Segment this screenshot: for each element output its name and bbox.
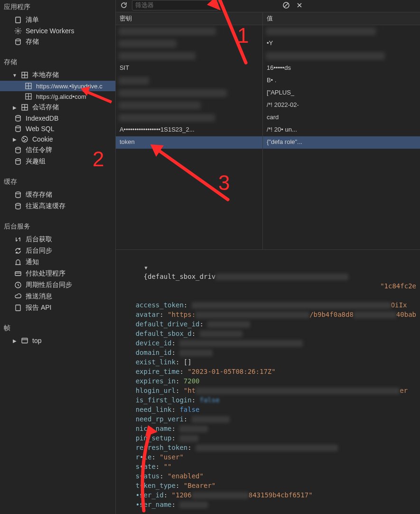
json-property-line[interactable]: is_first_login: false — [120, 395, 416, 405]
table-cell-value[interactable]: {"defa role"... — [263, 136, 420, 149]
sidebar-item-frame-top[interactable]: ▶ top — [0, 335, 115, 346]
bell-icon — [14, 258, 22, 266]
refresh-icon — [14, 247, 22, 255]
sidebar-item-interest-groups[interactable]: 兴趣组 — [0, 156, 115, 167]
table-cell-key[interactable] — [116, 50, 262, 62]
table-cell-value[interactable]: /*! 2022-02- — [263, 99, 420, 112]
sidebar-item-label: https://www.•liyundrive.c — [36, 83, 103, 90]
sidebar-item-label: 推送消息 — [26, 292, 52, 301]
table-cell-value[interactable] — [263, 50, 420, 62]
sidebar-item-label: 信任令牌 — [26, 146, 52, 154]
svg-rect-20 — [22, 338, 28, 343]
filter-input[interactable] — [132, 0, 218, 10]
sidebar-item-local-origin-0[interactable]: https://www.•liyundrive.c — [0, 81, 115, 91]
table-cell-value[interactable]: 16•••••ds — [263, 62, 420, 75]
table-cell-key[interactable] — [116, 25, 262, 38]
json-property-line[interactable]: s•ate: "" — [120, 462, 416, 471]
json-property-line[interactable]: •ser_id: "1206843159b4cbf6517" — [120, 490, 416, 500]
json-property-line[interactable]: domain_id: — [120, 348, 416, 357]
table-cell-key[interactable]: token — [116, 136, 262, 149]
sidebar-item-notifications[interactable]: 通知 — [0, 257, 115, 268]
json-property-line[interactable]: hlogin_url: "hter — [120, 386, 416, 395]
svg-point-7 — [16, 115, 20, 117]
clear-button[interactable] — [281, 0, 291, 10]
sidebar-item-cache-storage[interactable]: 缓存存储 — [0, 189, 115, 200]
sidebar-item-local-storage[interactable]: ▼ 本地存储 — [0, 69, 115, 81]
table-cell-key[interactable]: SIT — [116, 62, 262, 75]
db-icon — [14, 202, 22, 210]
sidebar-item-session-storage[interactable]: ▶ 会话存储 — [0, 102, 115, 113]
json-property-line[interactable]: r•le: "user" — [120, 452, 416, 462]
json-property-line[interactable]: default_sbox_d: — [120, 329, 416, 338]
table-cell-value[interactable]: /*! 20• un... — [263, 124, 420, 136]
table-header-key[interactable]: 密钥 — [116, 12, 262, 25]
sidebar-item-periodic-sync[interactable]: 周期性后台同步 — [0, 279, 115, 291]
sidebar-item-push-messages[interactable]: 推送消息 — [0, 291, 115, 302]
json-property-line[interactable]: refresh_token: — [120, 443, 416, 452]
sidebar-item-label: Service Workers — [26, 27, 74, 35]
svg-point-14 — [16, 159, 20, 161]
sidebar-item-bg-fetch[interactable]: 后台获取 — [0, 234, 115, 245]
sidebar-item-storage[interactable]: 存储 — [0, 36, 115, 48]
table-cell-value[interactable]: B• . — [263, 75, 420, 87]
sidebar-item-websql[interactable]: Web SQL — [0, 124, 115, 134]
sidebar-item-bg-sync[interactable]: 后台同步 — [0, 245, 115, 257]
grid-icon — [21, 71, 28, 79]
json-property-line[interactable]: device_id: — [120, 338, 416, 348]
sidebar-item-service-workers[interactable]: Service Workers — [0, 26, 115, 36]
table-cell-key[interactable] — [116, 87, 262, 99]
table-cell-key[interactable]: A•••••••••••••••••1S1S23_2... — [116, 124, 262, 136]
file-icon — [14, 304, 22, 312]
sidebar-item-manifest[interactable]: 清单 — [0, 14, 115, 26]
json-property-line[interactable]: expires_in: 7200 — [120, 376, 416, 386]
json-property-line[interactable]: need_rp_veri: — [120, 414, 416, 424]
svg-point-10 — [23, 138, 24, 138]
table-cell-value[interactable]: ["APLUS_ — [263, 87, 420, 99]
table-cell-key[interactable] — [116, 112, 262, 124]
sidebar-item-reporting-api[interactable]: 报告 API — [0, 302, 115, 314]
table-cell-key[interactable] — [116, 38, 262, 50]
table-header-value[interactable]: 值 — [263, 12, 420, 25]
sidebar-item-label: 周期性后台同步 — [26, 281, 72, 289]
value-preview-panel[interactable]: ▼ {default_sbox_driv "1c84fc2e access_to… — [116, 250, 420, 514]
json-property-line[interactable]: nick_name: — [120, 424, 416, 433]
chevron-right-icon: ▶ — [12, 105, 17, 110]
sidebar-item-bfcache[interactable]: 往返高速缓存 — [0, 200, 115, 212]
svg-point-1 — [17, 30, 19, 32]
section-header-bgservices: 后台服务 — [0, 219, 115, 234]
db-icon — [14, 158, 22, 165]
json-property-line[interactable]: default_drive_id: — [120, 319, 416, 329]
json-property-line[interactable]: exist_link: [] — [120, 357, 416, 367]
table-cell-key[interactable] — [116, 75, 262, 87]
json-header-left: {default_sbox_driv — [144, 273, 216, 280]
table-cell-key[interactable] — [116, 99, 262, 112]
json-property-line[interactable]: •ser_name: — [120, 500, 416, 509]
sidebar-item-cookie[interactable]: ▶ Cookie — [0, 134, 115, 144]
section-header-cache: 缓存 — [0, 175, 115, 189]
json-property-line[interactable]: t•ken_type: "Bearer" — [120, 481, 416, 490]
application-sidebar: 应用程序 清单 Service Workers 存储 存储 ▼ 本地存储 htt… — [0, 0, 116, 514]
sidebar-item-payment-handler[interactable]: 付款处理程序 — [0, 268, 115, 279]
sidebar-item-label: 存储 — [26, 38, 39, 46]
section-label: 应用程序 — [4, 3, 30, 10]
refresh-button[interactable] — [119, 0, 129, 10]
delete-button[interactable] — [294, 0, 305, 10]
table-cell-value[interactable] — [263, 25, 420, 38]
chevron-down-icon[interactable]: ▼ — [144, 266, 149, 270]
sidebar-item-indexeddb[interactable]: IndexedDB — [0, 113, 115, 124]
table-cell-value[interactable]: card — [263, 112, 420, 124]
json-property-line[interactable]: need_link: false — [120, 405, 416, 414]
json-property-line[interactable]: pin_setup: — [120, 433, 416, 443]
sidebar-item-local-origin-1[interactable]: https://g.alicd•com — [0, 91, 115, 102]
json-property-line[interactable]: expire_time: "2023-01-05T08:26:17Z" — [120, 367, 416, 376]
db-icon — [14, 125, 22, 133]
json-property-line[interactable]: avatar: "https:/b9b4f0a8d840bab — [120, 310, 416, 319]
grid-icon — [25, 82, 32, 90]
sidebar-item-label: 报告 API — [26, 304, 51, 312]
table-cell-value[interactable]: •Y — [263, 38, 420, 50]
sidebar-item-trust-tokens[interactable]: 信任令牌 — [0, 144, 115, 156]
sidebar-item-label: 兴趣组 — [26, 157, 46, 166]
json-property-line[interactable]: access_token: OiIx — [120, 300, 416, 310]
main-panel: 密钥 SITA•••••••••••••••••1S1S23_2...token… — [116, 0, 420, 514]
json-property-line[interactable]: s•atus: "enabled" — [120, 471, 416, 481]
